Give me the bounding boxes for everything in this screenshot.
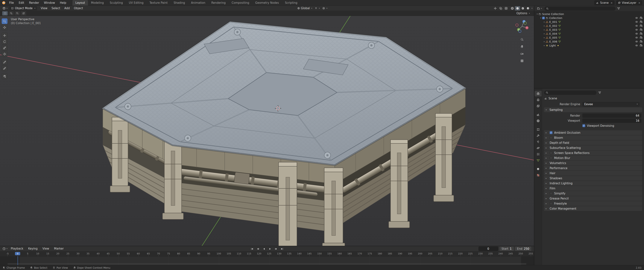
camera-render-icon[interactable]: [640, 36, 642, 39]
workspace-tab[interactable]: Modeling: [88, 0, 107, 6]
toolbar-tool-button[interactable]: [2, 33, 8, 38]
outliner-row[interactable]: ▸ E_003: [534, 28, 644, 32]
camera-render-icon[interactable]: [640, 28, 642, 31]
outliner-row[interactable]: ▾ Collection: [534, 16, 644, 20]
workspace-tab[interactable]: Sculpting: [107, 0, 126, 6]
timeline-scrollbar[interactable]: [8, 263, 526, 264]
show-overlays-toggle[interactable]: [498, 6, 503, 11]
workspace-tab[interactable]: Animation: [188, 0, 208, 6]
outliner-item-name[interactable]: Collection: [549, 17, 562, 20]
viewport-menu[interactable]: Add: [62, 6, 72, 11]
section-checkbox[interactable]: [550, 202, 552, 205]
camera-render-icon[interactable]: [640, 44, 642, 47]
properties-section[interactable]: Color Management: [544, 206, 642, 211]
outliner-row[interactable]: ▸ Light: [534, 44, 644, 47]
workspace-tab[interactable]: Scripting: [282, 0, 300, 6]
section-checkbox[interactable]: [550, 192, 552, 195]
toolbar-tool-button[interactable]: [2, 39, 8, 44]
toolbar-tool-button[interactable]: [2, 18, 8, 24]
camera-view-button[interactable]: [520, 51, 524, 56]
frame-start-field[interactable]: Start 1: [500, 246, 514, 251]
menubar-menu[interactable]: Window: [42, 0, 58, 6]
funnel-icon[interactable]: [598, 91, 601, 94]
properties-section[interactable]: Shadows: [544, 176, 642, 181]
camera-render-icon[interactable]: [640, 17, 642, 19]
show-gizmo-toggle[interactable]: [493, 6, 498, 11]
outliner-row[interactable]: ▸ E_006: [534, 40, 644, 44]
toggle-xray[interactable]: [504, 6, 509, 11]
viewport-menu[interactable]: Object: [72, 6, 85, 11]
properties-search-input[interactable]: [544, 91, 596, 95]
blender-logo-icon[interactable]: [2, 1, 6, 5]
pan-button[interactable]: [520, 44, 524, 49]
properties-tab[interactable]: [535, 172, 542, 178]
transport-button[interactable]: [279, 246, 285, 251]
shading-mode-button[interactable]: [520, 6, 525, 11]
viewport-denoising-checkbox[interactable]: [582, 124, 585, 127]
shading-mode-button[interactable]: [510, 6, 515, 11]
select-mode-button[interactable]: [21, 11, 26, 15]
outliner-row[interactable]: ▸ E_005: [534, 36, 644, 40]
outliner-row[interactable]: ▸ E_004: [534, 32, 644, 36]
outliner-item-name[interactable]: E_001: [549, 21, 557, 24]
properties-tab[interactable]: [535, 145, 542, 151]
navigation-gizmo-icon[interactable]: Z X Y: [513, 18, 530, 35]
zoom-button[interactable]: [520, 37, 524, 42]
disclosure-triangle-icon[interactable]: ▸: [543, 44, 546, 47]
toolbar-tool-button[interactable]: [2, 73, 8, 79]
eye-icon[interactable]: [635, 21, 638, 23]
disclosure-triangle-icon[interactable]: ▸: [543, 29, 546, 31]
camera-render-icon[interactable]: [640, 40, 642, 43]
editor-type-button[interactable]: [2, 7, 8, 10]
properties-section[interactable]: Freestyle: [544, 201, 642, 206]
timeline-editor-type-button[interactable]: [2, 247, 8, 250]
properties-tab[interactable]: [535, 126, 542, 132]
disclosure-triangle-icon[interactable]: ▸: [543, 25, 546, 27]
transport-button[interactable]: [273, 246, 279, 251]
properties-tab[interactable]: [535, 158, 542, 163]
disclosure-triangle-icon[interactable]: ▸: [543, 33, 546, 35]
properties-section[interactable]: Subsurface Scattering: [544, 146, 642, 150]
properties-section[interactable]: Grease Pencil: [544, 196, 642, 201]
properties-tab[interactable]: [535, 166, 542, 172]
timeline-menu[interactable]: View: [40, 246, 52, 251]
properties-tab[interactable]: [535, 103, 542, 109]
outliner-row[interactable]: ▸ E_002: [534, 24, 644, 28]
camera-render-icon[interactable]: [640, 24, 642, 27]
eye-icon[interactable]: [635, 24, 638, 27]
outliner-item-name[interactable]: Light: [549, 44, 556, 47]
outliner-row[interactable]: ▸ E_001: [534, 20, 644, 24]
viewport-samples-field[interactable]: 16: [582, 118, 642, 123]
menubar-menu[interactable]: Edit: [16, 0, 26, 6]
workspace-tab[interactable]: Rendering: [208, 0, 229, 6]
toolbar-tool-button[interactable]: [2, 59, 8, 65]
frame-end-field[interactable]: End 250: [515, 246, 531, 251]
outliner-search-input[interactable]: [544, 7, 616, 11]
model-hex-platform[interactable]: [103, 22, 466, 246]
outliner-item-name[interactable]: E_004: [549, 32, 557, 35]
viewport-menu[interactable]: View: [39, 6, 50, 11]
menubar-menu[interactable]: File: [7, 0, 16, 6]
disclosure-triangle-icon[interactable]: ▸: [543, 41, 546, 43]
eye-icon[interactable]: [635, 32, 638, 35]
select-mode-button[interactable]: [14, 11, 20, 15]
timeline-menu[interactable]: Keying: [26, 246, 40, 251]
timeline-body[interactable]: -505101520253035404550556065707580859095…: [0, 251, 534, 265]
workspace-tab[interactable]: Shading: [170, 0, 188, 6]
properties-section[interactable]: Depth of Field: [544, 141, 642, 145]
properties-tab[interactable]: [535, 112, 542, 117]
timeline-menu[interactable]: Playback: [8, 246, 26, 251]
menubar-menu[interactable]: Help: [58, 0, 69, 6]
properties-section[interactable]: Film: [544, 186, 642, 191]
properties-section[interactable]: Bloom: [544, 135, 642, 140]
workspace-tab[interactable]: Texture Paint: [146, 0, 170, 6]
camera-render-icon[interactable]: [640, 21, 642, 23]
eye-icon[interactable]: [635, 28, 638, 31]
properties-section[interactable]: Motion Blur: [544, 156, 642, 160]
section-checkbox[interactable]: [550, 131, 552, 134]
outliner-editor-type-button[interactable]: [536, 7, 543, 10]
outliner-item-name[interactable]: E_005: [549, 36, 557, 39]
transport-button[interactable]: [267, 246, 273, 251]
scene-unlink-icon[interactable]: [610, 1, 613, 4]
outliner-item-name[interactable]: E_002: [549, 24, 557, 27]
